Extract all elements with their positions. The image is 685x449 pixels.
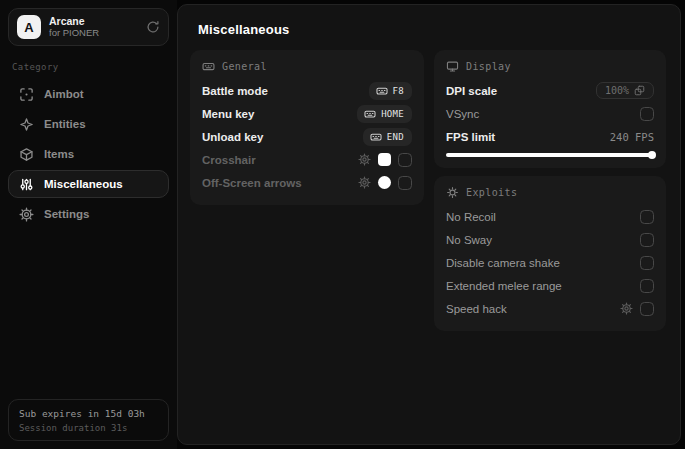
- battle-mode-keybind-button[interactable]: F8: [369, 82, 412, 100]
- display-card-header: Display: [446, 60, 654, 73]
- sidebar-item-label: Entities: [44, 118, 86, 130]
- gear-icon[interactable]: [620, 302, 633, 315]
- menu-key-keybind-button[interactable]: HOME: [357, 105, 412, 123]
- setting-label: No Sway: [446, 234, 492, 246]
- keyboard-icon: [364, 108, 376, 120]
- gear-icon[interactable]: [358, 176, 371, 189]
- crosshair-scan-icon: [19, 87, 34, 102]
- setting-row-disable-camera-shake: Disable camera shake: [446, 251, 654, 274]
- entities-sparkle-icon: [19, 117, 34, 132]
- disable-camera-shake-checkbox[interactable]: [640, 256, 654, 270]
- setting-row-extended-melee-range: Extended melee range: [446, 274, 654, 297]
- crosshair-color-swatch[interactable]: [378, 153, 391, 166]
- sliders-icon: [19, 177, 34, 192]
- sidebar-item-label: Aimbot: [44, 88, 84, 100]
- app-brand-card: A Arcane for PIONER: [8, 8, 169, 46]
- dpi-scale-value: 100%: [605, 85, 629, 96]
- setting-label: FPS limit: [446, 131, 495, 143]
- app-name: Arcane: [49, 15, 138, 27]
- keybind-value: HOME: [381, 109, 404, 119]
- setting-row-speed-hack: Speed hack: [446, 297, 654, 320]
- setting-row-unload-key: Unload key END: [202, 125, 412, 148]
- setting-row-vsync: VSync: [446, 102, 654, 125]
- setting-label: VSync: [446, 108, 479, 120]
- display-card: Display DPI scale 100% VSync: [434, 50, 666, 168]
- exploits-card-header: Exploits: [446, 186, 654, 199]
- gear-icon: [19, 207, 34, 222]
- keyboard-icon: [370, 131, 382, 143]
- page-title: Miscellaneous: [178, 5, 680, 50]
- setting-label: Disable camera shake: [446, 257, 560, 269]
- no-sway-checkbox[interactable]: [640, 233, 654, 247]
- setting-label: Crosshair: [202, 154, 256, 166]
- category-nav: Aimbot Entities Items Miscellaneous Sett…: [8, 80, 169, 228]
- unload-key-keybind-button[interactable]: END: [363, 128, 412, 146]
- app-logo: A: [17, 15, 41, 39]
- monitor-icon: [446, 60, 459, 73]
- setting-row-fps-limit: FPS limit 240 FPS: [446, 125, 654, 148]
- sidebar-item-label: Settings: [44, 208, 89, 220]
- category-label: Category: [12, 62, 165, 72]
- sidebar-item-label: Items: [44, 148, 74, 160]
- keyboard-icon: [376, 85, 388, 97]
- no-recoil-checkbox[interactable]: [640, 210, 654, 224]
- keybind-value: F8: [393, 86, 404, 96]
- fps-limit-value: 240 FPS: [610, 131, 654, 143]
- package-icon: [19, 147, 34, 162]
- offscreen-arrows-checkbox[interactable]: [398, 176, 412, 190]
- dpi-scale-selector[interactable]: 100%: [596, 82, 654, 99]
- setting-row-battle-mode: Battle mode F8: [202, 79, 412, 102]
- display-card-title: Display: [466, 61, 511, 72]
- resize-scale-icon: [634, 85, 645, 96]
- exploits-card: Exploits No Recoil No Sway Disable camer…: [434, 176, 666, 331]
- setting-label: No Recoil: [446, 211, 496, 223]
- setting-row-offscreen-arrows: Off-Screen arrows: [202, 171, 412, 194]
- sidebar-item-items[interactable]: Items: [8, 140, 169, 168]
- keybind-value: END: [387, 132, 404, 142]
- sync-icon[interactable]: [146, 20, 160, 34]
- setting-label: Unload key: [202, 131, 263, 143]
- app-window: A Arcane for PIONER Category Aimbot Enti…: [0, 0, 685, 449]
- exploits-card-title: Exploits: [466, 187, 517, 198]
- setting-row-crosshair: Crosshair: [202, 148, 412, 171]
- setting-label: DPI scale: [446, 85, 497, 97]
- sidebar-item-label: Miscellaneous: [44, 178, 123, 190]
- extended-melee-range-checkbox[interactable]: [640, 279, 654, 293]
- session-duration-text: Session duration 31s: [19, 423, 158, 433]
- setting-label: Menu key: [202, 108, 254, 120]
- speed-hack-checkbox[interactable]: [640, 302, 654, 316]
- general-card: General Battle mode F8 Menu key H: [190, 50, 424, 205]
- setting-label: Off-Screen arrows: [202, 177, 302, 189]
- virus-icon: [446, 186, 459, 199]
- app-brand-text: Arcane for PIONER: [49, 15, 138, 39]
- setting-row-dpi-scale: DPI scale 100%: [446, 79, 654, 102]
- offscreen-arrows-color-swatch[interactable]: [378, 176, 391, 189]
- general-card-title: General: [222, 61, 267, 72]
- subscription-info-box: Sub expires in 15d 03h Session duration …: [8, 399, 169, 441]
- sidebar-item-miscellaneous[interactable]: Miscellaneous: [8, 170, 169, 198]
- sidebar-item-entities[interactable]: Entities: [8, 110, 169, 138]
- app-subtitle: for PIONER: [49, 28, 138, 39]
- setting-row-no-recoil: No Recoil: [446, 205, 654, 228]
- sub-expires-text: Sub expires in 15d 03h: [19, 408, 158, 419]
- sidebar: A Arcane for PIONER Category Aimbot Enti…: [0, 0, 177, 449]
- setting-row-menu-key: Menu key HOME: [202, 102, 412, 125]
- sidebar-item-settings[interactable]: Settings: [8, 200, 169, 228]
- setting-row-no-sway: No Sway: [446, 228, 654, 251]
- setting-label: Battle mode: [202, 85, 268, 97]
- crosshair-checkbox[interactable]: [398, 153, 412, 167]
- sidebar-item-aimbot[interactable]: Aimbot: [8, 80, 169, 108]
- fps-slider-knob[interactable]: [648, 151, 656, 159]
- setting-label: Extended melee range: [446, 280, 562, 292]
- fps-slider-fill: [446, 153, 654, 157]
- gear-icon[interactable]: [358, 153, 371, 166]
- setting-label: Speed hack: [446, 303, 507, 315]
- keyboard-icon: [202, 60, 215, 73]
- main-panel: Miscellaneous General Battle mode F8: [177, 4, 681, 445]
- fps-limit-slider[interactable]: [446, 153, 654, 157]
- vsync-checkbox[interactable]: [640, 107, 654, 121]
- general-card-header: General: [202, 60, 412, 73]
- cards-container: General Battle mode F8 Menu key H: [178, 50, 680, 343]
